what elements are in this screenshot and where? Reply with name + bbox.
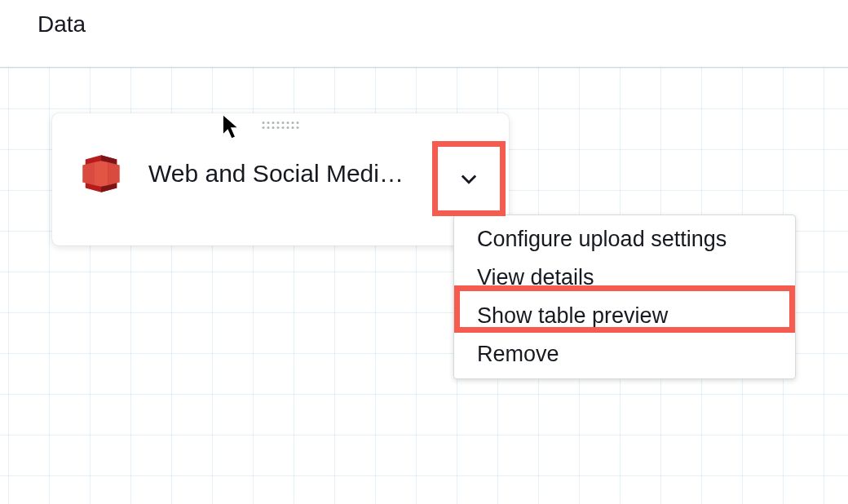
node-menu-toggle[interactable] <box>432 141 506 216</box>
topbar: Data <box>0 0 848 68</box>
svg-marker-2 <box>82 162 94 185</box>
svg-marker-4 <box>94 161 108 187</box>
chevron-down-icon <box>457 167 480 190</box>
node-context-menu: Configure upload settings View details S… <box>453 214 796 379</box>
aws-s3-icon <box>78 151 124 197</box>
svg-marker-3 <box>108 162 120 185</box>
menu-item-show-table-preview[interactable]: Show table preview <box>454 297 795 335</box>
page-title: Data <box>38 11 86 38</box>
menu-item-configure-upload[interactable]: Configure upload settings <box>454 220 795 259</box>
menu-item-remove[interactable]: Remove <box>454 335 795 374</box>
canvas-grid[interactable]: Web and Social Medi… Configure upload se… <box>0 68 848 504</box>
drag-handle-icon[interactable] <box>263 122 299 129</box>
menu-item-view-details[interactable]: View details <box>454 259 795 297</box>
